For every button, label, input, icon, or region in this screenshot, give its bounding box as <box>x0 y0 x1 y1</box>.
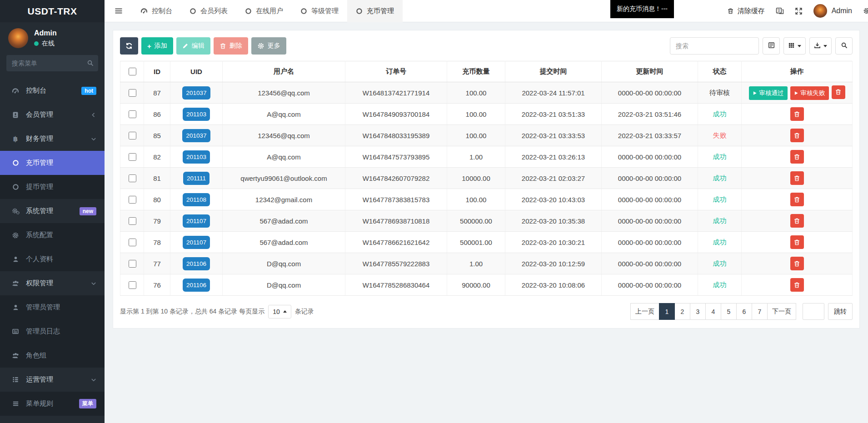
delete-button[interactable]: 删除 <box>214 37 248 55</box>
sidebar-item-3[interactable]: 充币管理 <box>0 151 105 175</box>
row-delete-button[interactable] <box>790 171 804 185</box>
svg-text:文: 文 <box>777 8 781 13</box>
menu-toggle-icon[interactable] <box>115 7 123 15</box>
row-checkbox[interactable] <box>129 260 136 268</box>
tab-label: 在线用户 <box>256 7 283 15</box>
sidebar-item-label: 菜单规则 <box>26 399 53 408</box>
trash-icon <box>793 175 800 182</box>
row-checkbox[interactable] <box>129 239 136 246</box>
sidebar-item-10[interactable]: 管理员日志 <box>0 319 105 343</box>
edit-button[interactable]: 编辑 <box>176 37 210 55</box>
tab-label: 充币管理 <box>367 7 394 15</box>
row-delete-button[interactable] <box>790 150 804 164</box>
sidebar-item-4[interactable]: 提币管理 <box>0 175 105 199</box>
card-view-button[interactable] <box>763 37 780 55</box>
page-button-2[interactable]: 2 <box>674 303 690 320</box>
next-page-button[interactable]: 下一页 <box>767 303 796 320</box>
row-delete-button[interactable] <box>790 214 804 228</box>
cell-actions <box>742 104 853 125</box>
page-button-6[interactable]: 6 <box>736 303 752 320</box>
sidebar-search-input[interactable] <box>6 55 98 71</box>
cell-username: 567@adad.com <box>223 210 345 232</box>
sidebar-item-9[interactable]: 管理员管理 <box>0 295 105 319</box>
gear-icon[interactable] <box>863 7 868 15</box>
sidebar-item-13[interactable]: 菜单规则菜单 <box>0 392 105 416</box>
sidebar-item-5[interactable]: 系统管理new <box>0 199 105 223</box>
sidebar-item-12[interactable]: 运营管理 <box>0 368 105 392</box>
page-button-1[interactable]: 1 <box>659 303 675 320</box>
fullscreen-icon[interactable] <box>795 7 803 15</box>
uid-badge: 201106 <box>183 279 210 292</box>
row-delete-button[interactable] <box>790 278 804 292</box>
tachometer-icon <box>11 87 20 95</box>
tab-3[interactable]: 等级管理 <box>292 0 347 22</box>
export-button[interactable] <box>809 37 832 55</box>
row-delete-button[interactable] <box>790 235 804 249</box>
table-row: 81201111qwertyu99061@outlook.comW1647842… <box>120 168 853 189</box>
search-toggle-button[interactable] <box>835 37 853 55</box>
cell-submit-time: 2022-03-20 10:35:38 <box>505 210 602 232</box>
row-checkbox[interactable] <box>129 174 136 182</box>
chevron-down-icon <box>91 377 96 383</box>
prev-page-button[interactable]: 上一页 <box>630 303 659 320</box>
cell-order: W1647785286830464 <box>345 274 447 296</box>
columns-button[interactable] <box>783 37 806 55</box>
content: + 添加 编辑 删除 更多 <box>105 22 868 423</box>
sidebar-item-0[interactable]: 控制台hot <box>0 79 105 103</box>
column-header: 状态 <box>698 61 742 82</box>
row-checkbox[interactable] <box>129 196 136 204</box>
cell-username: 567@adad.com <box>223 232 345 253</box>
row-delete-button[interactable] <box>790 129 804 142</box>
sidebar-item-label: 系统配置 <box>26 231 53 239</box>
jump-button[interactable]: 跳转 <box>828 303 853 320</box>
row-checkbox[interactable] <box>129 132 136 139</box>
translate-icon[interactable]: 文 <box>776 7 784 15</box>
more-button[interactable]: 更多 <box>251 37 286 55</box>
sidebar-item-1[interactable]: 会员管理 <box>0 103 105 127</box>
sidebar-item-label: 个人资料 <box>26 255 53 264</box>
sidebar-item-2[interactable]: ฿财务管理 <box>0 127 105 151</box>
table-panel: + 添加 编辑 删除 更多 <box>113 30 860 328</box>
table-row: 87201037123456@qq.comW164813742177191410… <box>120 82 853 104</box>
tab-2[interactable]: 在线用户 <box>236 0 292 22</box>
column-header: 充币数量 <box>447 61 505 82</box>
page-size-select[interactable]: 10 <box>268 305 291 318</box>
refresh-button[interactable] <box>120 37 138 55</box>
table-row: 85201037123456@qq.comW164784803319538910… <box>120 125 853 146</box>
user-profile[interactable]: Admin 在线 <box>0 22 105 51</box>
approve-button[interactable]: 审核通过 <box>749 86 788 100</box>
row-checkbox[interactable] <box>129 153 136 161</box>
page-button-5[interactable]: 5 <box>721 303 737 320</box>
table-search-input[interactable] <box>670 37 759 55</box>
admin-menu[interactable]: Admin <box>813 4 852 18</box>
column-header: 订单号 <box>345 61 447 82</box>
row-checkbox[interactable] <box>129 217 136 225</box>
tab-1[interactable]: 会员列表 <box>181 0 236 22</box>
page-button-4[interactable]: 4 <box>705 303 721 320</box>
page-button-7[interactable]: 7 <box>752 303 768 320</box>
row-delete-button[interactable] <box>832 85 845 99</box>
select-all-checkbox[interactable] <box>129 68 136 75</box>
row-checkbox[interactable] <box>129 110 136 118</box>
sidebar-item-6[interactable]: 系统配置 <box>0 223 105 247</box>
cell-submit-time: 2022-03-20 10:08:06 <box>505 274 602 296</box>
row-checkbox[interactable] <box>129 89 136 97</box>
cell-update-time: 0000-00-00 00:00:00 <box>602 210 698 232</box>
caret-down-icon <box>823 45 827 47</box>
cell-update-time: 0000-00-00 00:00:00 <box>602 146 698 168</box>
sidebar-item-8[interactable]: 权限管理 <box>0 271 105 295</box>
tab-4[interactable]: 充币管理 <box>347 0 403 22</box>
row-delete-button[interactable] <box>790 107 804 121</box>
tab-0[interactable]: 控制台 <box>132 0 181 22</box>
add-button[interactable]: + 添加 <box>141 37 173 55</box>
jump-page-input[interactable] <box>803 303 824 320</box>
row-checkbox[interactable] <box>129 281 136 289</box>
reject-button[interactable]: 审核失败 <box>790 86 829 100</box>
clear-cache-button[interactable]: 清除缓存 <box>727 7 765 15</box>
row-delete-button[interactable] <box>790 193 804 206</box>
page-button-3[interactable]: 3 <box>690 303 706 320</box>
sidebar-item-7[interactable]: 个人资料 <box>0 247 105 271</box>
sidebar-item-11[interactable]: 角色组 <box>0 343 105 368</box>
row-delete-button[interactable] <box>790 257 804 270</box>
cell-username: 123456@qq.com <box>223 125 345 146</box>
